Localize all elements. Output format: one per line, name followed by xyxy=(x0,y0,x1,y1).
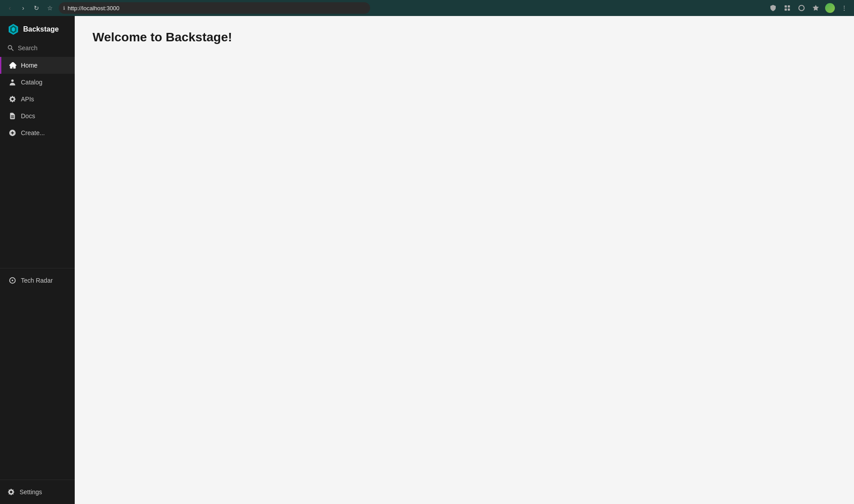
extension2-button[interactable] xyxy=(795,2,808,14)
browser-actions: ⋮ xyxy=(767,2,850,14)
svg-rect-3 xyxy=(788,8,790,11)
backstage-logo-icon xyxy=(7,23,20,36)
svg-rect-2 xyxy=(785,8,787,11)
extension1-button[interactable] xyxy=(781,2,794,14)
profile-avatar xyxy=(825,3,835,13)
tech-radar-icon xyxy=(8,276,16,284)
sidebar-item-apis-label: APIs xyxy=(21,96,34,103)
browser-chrome: ‹ › ↻ ☆ ℹ ⋮ xyxy=(0,0,854,16)
catalog-icon xyxy=(8,78,16,86)
sidebar: Backstage Search Home xyxy=(0,16,75,504)
app-container: Backstage Search Home xyxy=(0,16,854,504)
create-icon xyxy=(8,129,16,137)
sidebar-nav: Home Catalog APIs xyxy=(0,55,75,264)
address-bar[interactable] xyxy=(68,5,366,12)
svg-rect-1 xyxy=(788,5,790,8)
sidebar-item-create-label: Create... xyxy=(21,129,45,136)
sidebar-secondary-nav: Tech Radar xyxy=(0,268,75,480)
sidebar-item-catalog-label: Catalog xyxy=(21,79,42,86)
sidebar-item-apis[interactable]: APIs xyxy=(0,91,75,108)
sidebar-item-settings[interactable]: Settings xyxy=(0,484,75,500)
page-title: Welcome to Backstage! xyxy=(93,30,836,44)
sidebar-bottom: Settings xyxy=(0,480,75,504)
sidebar-item-settings-label: Settings xyxy=(20,488,42,496)
sidebar-search[interactable]: Search xyxy=(0,41,75,55)
sidebar-item-home-label: Home xyxy=(21,62,37,69)
settings-icon xyxy=(7,488,15,496)
sidebar-item-create[interactable]: Create... xyxy=(0,124,75,141)
sidebar-logo[interactable]: Backstage xyxy=(0,16,75,41)
reload-button[interactable]: ↻ xyxy=(30,2,43,14)
svg-rect-0 xyxy=(785,5,787,8)
logo-text: Backstage xyxy=(23,25,59,33)
docs-icon xyxy=(8,112,16,120)
extension3-button[interactable] xyxy=(810,2,822,14)
menu-button[interactable]: ⋮ xyxy=(838,2,850,14)
apis-icon xyxy=(8,95,16,103)
sidebar-item-docs[interactable]: Docs xyxy=(0,108,75,124)
sidebar-item-tech-radar[interactable]: Tech Radar xyxy=(0,272,75,289)
back-button[interactable]: ‹ xyxy=(4,2,16,14)
bookmark-button[interactable]: ☆ xyxy=(44,2,56,14)
browser-nav-buttons: ‹ › ↻ ☆ xyxy=(4,2,56,14)
sidebar-item-home[interactable]: Home xyxy=(0,57,75,74)
search-label: Search xyxy=(18,44,37,52)
forward-button[interactable]: › xyxy=(17,2,29,14)
home-icon xyxy=(8,61,16,69)
shield-extension-button[interactable] xyxy=(767,2,779,14)
secure-icon: ℹ xyxy=(63,5,65,11)
main-content: Welcome to Backstage! xyxy=(75,16,854,504)
sidebar-item-docs-label: Docs xyxy=(21,112,35,120)
sidebar-item-tech-radar-label: Tech Radar xyxy=(21,277,53,284)
profile-button[interactable] xyxy=(824,2,836,14)
address-bar-container: ℹ xyxy=(59,2,370,14)
sidebar-item-catalog[interactable]: Catalog xyxy=(0,74,75,91)
search-icon xyxy=(7,44,14,52)
